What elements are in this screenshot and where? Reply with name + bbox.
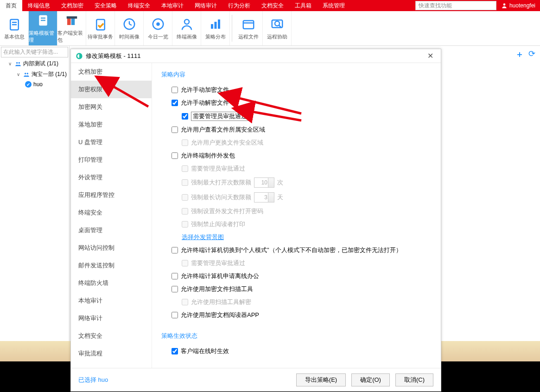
opt-label: 允许手动加密文件 xyxy=(181,86,229,94)
modal-side-item-12[interactable]: 终端防火墙 xyxy=(71,274,152,292)
topbar-item-8[interactable]: 文档安全 xyxy=(256,0,289,11)
topbar-item-2[interactable]: 文档加密 xyxy=(56,0,89,11)
modal-side-item-9[interactable]: 桌面管理 xyxy=(71,221,152,239)
svg-rect-7 xyxy=(67,18,71,25)
svg-rect-18 xyxy=(214,22,216,29)
topbar-item-9[interactable]: 工具箱 xyxy=(289,0,317,11)
checkbox[interactable] xyxy=(172,87,178,93)
checkbox[interactable] xyxy=(172,286,178,292)
ok-button[interactable]: 确定(O) xyxy=(351,373,390,386)
opt-label: 允许终端制作外发包 xyxy=(181,152,235,160)
opt-client-online-effect[interactable]: 客户端在线时生效 xyxy=(161,345,432,358)
ribbon-terminal[interactable]: 终端画像 xyxy=(172,11,201,45)
checkbox[interactable] xyxy=(172,348,178,354)
modal-side-item-3[interactable]: 落地加密 xyxy=(71,116,152,133)
modal-side-item-16[interactable]: 审批流程 xyxy=(71,345,152,362)
selected-info: 已选择 huo xyxy=(78,376,108,384)
ribbon-remotehelp[interactable]: 远程协助 xyxy=(263,11,292,45)
modal-side-item-15[interactable]: 文档安全 xyxy=(71,327,152,345)
svg-point-16 xyxy=(184,19,189,24)
top-menubar: 首页终端信息文档加密安全策略终端安全本地审计网络审计行为分析文档安全工具箱系统管… xyxy=(0,0,540,11)
checkbox xyxy=(182,299,188,305)
topbar-item-1[interactable]: 终端信息 xyxy=(22,0,56,11)
tree-node-leaf[interactable]: ✔ huo xyxy=(0,80,69,89)
checkbox xyxy=(182,179,188,186)
topbar-item-10[interactable]: 系统管理 xyxy=(317,0,350,11)
modal-side-item-14[interactable]: 网络审计 xyxy=(71,310,152,327)
topbar-item-6[interactable]: 网络审计 xyxy=(189,0,222,11)
ribbon-approve[interactable]: 待审批事务 xyxy=(86,11,115,45)
tree-node-root[interactable]: ∨ 内部测试 (1/1) xyxy=(0,58,69,69)
checkbox[interactable] xyxy=(182,113,188,120)
modal-side-item-8[interactable]: 终端安全 xyxy=(71,204,152,221)
checkbox[interactable] xyxy=(172,100,178,106)
package-icon xyxy=(64,13,79,28)
modal-side-item-7[interactable]: 应用程序管控 xyxy=(71,186,152,204)
export-button[interactable]: 导出策略(E) xyxy=(296,373,346,386)
opt-personal-mode[interactable]: 允许终端计算机切换到“个人模式”（个人模式下不自动加密，已加密文件无法打开） xyxy=(161,244,432,257)
opt-allow-scan-tool[interactable]: 允许使用加密文件扫描工具 xyxy=(161,283,432,296)
ribbon-label: 今日一览 xyxy=(148,33,168,40)
ribbon-label: 终端画像 xyxy=(177,33,197,40)
modal-sidebar: 文档加密加密权限加密网关落地加密U 盘管理打印管理外设管理应用程序管控终端安全桌… xyxy=(71,63,152,368)
checkbox[interactable] xyxy=(172,126,178,133)
user-menu[interactable]: huotengfei xyxy=(496,2,540,9)
opt-allow-scan-decrypt: 允许使用扫描工具解密 xyxy=(161,296,432,309)
ribbon-clock[interactable]: 时间画像 xyxy=(115,11,144,45)
ribbon-info[interactable]: 基本信息 xyxy=(0,11,29,45)
tree-filter-input[interactable]: 在此输入关键字筛选... xyxy=(1,47,68,57)
ribbon-today[interactable]: 今日一览 xyxy=(144,11,172,45)
opt-offline-office[interactable]: 允许终端计算机申请离线办公 xyxy=(161,270,432,283)
opt-make-outpack[interactable]: 允许终端制作外发包 xyxy=(161,149,432,162)
modal-side-item-11[interactable]: 邮件发送控制 xyxy=(71,257,152,274)
open-limit-spinner[interactable]: 10 xyxy=(254,177,274,188)
left-tree-panel: 在此输入关键字筛选... ∨ 内部测试 (1/1) ∨ 淘宝一部 (1/1) ✔… xyxy=(0,46,70,382)
today-icon xyxy=(151,17,165,32)
days-limit-spinner[interactable]: 3 xyxy=(254,192,274,202)
modal-side-item-13[interactable]: 本地审计 xyxy=(71,292,152,310)
modal-side-item-5[interactable]: 打印管理 xyxy=(71,151,152,169)
modal-side-item-0[interactable]: 文档加密 xyxy=(71,63,152,81)
topbar-item-7[interactable]: 行为分析 xyxy=(222,0,256,11)
svg-point-27 xyxy=(27,72,29,74)
user-name: huotengfei xyxy=(509,2,535,9)
modal-title: 修改策略模板 - 1111 xyxy=(86,52,140,60)
topbar-item-5[interactable]: 本地审计 xyxy=(156,0,189,11)
chart-icon xyxy=(208,17,223,32)
topbar-item-3[interactable]: 安全策略 xyxy=(89,0,122,11)
opt-manual-decrypt[interactable]: 允许手动解密文件 xyxy=(161,96,432,109)
svg-rect-8 xyxy=(71,18,75,25)
opt-choose-bg-link[interactable]: 选择外发背景图 xyxy=(161,231,432,244)
checkbox[interactable] xyxy=(172,247,178,253)
opt-force-pw: 强制设置外发文件打开密码 xyxy=(161,205,432,218)
refresh-button[interactable]: ⟳ xyxy=(528,49,535,60)
global-search-input[interactable]: 快速查找功能 xyxy=(415,1,496,10)
checkbox[interactable] xyxy=(172,273,178,279)
close-button[interactable]: ✕ xyxy=(425,51,436,60)
modal-side-item-4[interactable]: U 盘管理 xyxy=(71,133,152,151)
topbar-item-4[interactable]: 终端安全 xyxy=(122,0,156,11)
modal-side-item-1[interactable]: 加密权限 xyxy=(71,81,152,98)
opt-allow-reader-app[interactable]: 允许使用加密文档阅读器APP xyxy=(161,309,432,322)
opt-manual-encrypt[interactable]: 允许手动加密文件 xyxy=(161,83,432,96)
ribbon-template[interactable]: 策略模板管理 xyxy=(29,11,57,45)
ribbon-label: 策略模板管理 xyxy=(29,30,57,44)
ribbon-chart[interactable]: 策略分布 xyxy=(201,11,230,45)
tree-root-label: 内部测试 (1/1) xyxy=(23,60,58,68)
checkbox[interactable] xyxy=(172,152,178,159)
modal-side-item-6[interactable]: 外设管理 xyxy=(71,169,152,186)
checkbox[interactable] xyxy=(172,312,178,318)
topbar-item-0[interactable]: 首页 xyxy=(0,0,22,11)
cancel-button[interactable]: 取消(C) xyxy=(395,373,433,386)
tree-node-child[interactable]: ∨ 淘宝一部 (1/1) xyxy=(0,69,69,80)
ribbon-remotefile[interactable]: 远程文件 xyxy=(234,11,263,45)
add-button[interactable]: ＋ xyxy=(515,49,524,60)
ribbon-package[interactable]: 客户端安装包 xyxy=(57,11,86,45)
modal-side-item-17[interactable]: 附属功能 xyxy=(71,362,152,368)
info-icon xyxy=(7,17,22,32)
opt-view-safe-zone[interactable]: 允许用户查看文件所属安全区域 xyxy=(161,123,432,136)
group-icon xyxy=(23,71,30,78)
modal-side-item-2[interactable]: 加密网关 xyxy=(71,98,152,116)
modal-side-item-10[interactable]: 网站访问控制 xyxy=(71,239,152,257)
opt-need-admin-approve[interactable]: 需要管理员审批通过 xyxy=(161,109,432,123)
